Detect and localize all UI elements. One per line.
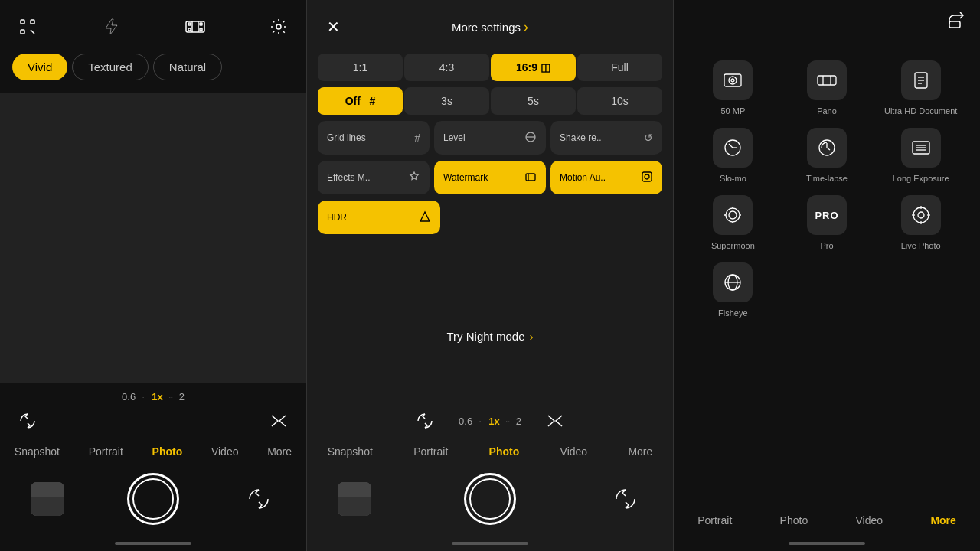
mode-live-photo-label: Live Photo	[901, 241, 941, 250]
mode-50mp-icon	[713, 60, 753, 100]
ratio-16-9[interactable]: 16:9 ◫	[491, 54, 576, 81]
motion-auto-toggle[interactable]: Motion Au..	[550, 161, 662, 194]
left-camera-flip[interactable]	[242, 482, 276, 516]
svg-line-3	[31, 30, 34, 34]
mid-mirror-icon[interactable]	[543, 409, 567, 433]
style-selector: Vivid Textured Natural	[0, 54, 306, 93]
mid-zoom-pre[interactable]: 0.6	[459, 416, 472, 427]
left-nav-portrait[interactable]: Portrait	[83, 442, 129, 461]
timer-row: Off # 3s 5s 10s	[318, 87, 662, 115]
mid-nav-bar: Snapshot Portrait Photo Video More	[307, 436, 673, 467]
left-flip-icon[interactable]	[15, 409, 40, 433]
timer-off[interactable]: Off #	[318, 87, 403, 115]
left-nav-photo[interactable]: Photo	[146, 442, 189, 461]
svg-rect-26	[818, 76, 836, 85]
mid-nav-portrait[interactable]: Portrait	[407, 442, 454, 461]
zoom-main[interactable]: 1x	[152, 391, 162, 403]
mid-nav-more[interactable]: More	[622, 442, 658, 461]
left-home-indicator	[0, 536, 306, 551]
mid-home-bar	[452, 542, 528, 545]
zoom-pre[interactable]: 0.6	[122, 391, 136, 403]
left-mirror-icon[interactable]	[266, 409, 291, 433]
settings-grid-row1: Grid lines # Level Shake re.. ↺	[318, 121, 662, 155]
svg-rect-7	[200, 23, 202, 25]
mode-supermoon[interactable]: Supermoon	[692, 195, 774, 250]
watermark-toggle[interactable]: Watermark	[434, 161, 546, 194]
mid-thumbnail[interactable]	[338, 482, 371, 516]
more-settings-button[interactable]: More settings ›	[452, 19, 528, 35]
natural-button[interactable]: Natural	[153, 54, 222, 80]
right-bottom: Portrait Photo Video More	[674, 333, 980, 551]
mode-pro-label: Pro	[820, 241, 833, 250]
right-nav-video[interactable]: Video	[850, 511, 890, 530]
mode-pano[interactable]: Pano	[786, 60, 868, 116]
night-mode-area: Try Night mode ›	[307, 240, 673, 401]
mode-fisheye-icon	[713, 262, 753, 302]
settings-icon[interactable]	[266, 15, 291, 39]
ratio-row: 1:1 4:3 16:9 ◫ Full	[318, 54, 662, 81]
flash-icon[interactable]	[99, 15, 123, 39]
ratio-4-3[interactable]: 4:3	[404, 54, 489, 81]
left-nav-video[interactable]: Video	[205, 442, 245, 461]
mid-nav-snapshot[interactable]: Snapshot	[322, 442, 379, 461]
mode-fisheye[interactable]: Fisheye	[692, 262, 774, 318]
mid-camera-flip[interactable]	[609, 482, 642, 516]
settings-area: 1:1 4:3 16:9 ◫ Full Off # 3s 5s 10s Grid…	[307, 54, 673, 240]
film-icon[interactable]	[183, 15, 207, 39]
vivid-button[interactable]: Vivid	[12, 54, 67, 80]
right-panel: 50 MP Pano Ultra	[674, 0, 980, 551]
left-nav-snapshot[interactable]: Snapshot	[8, 442, 66, 461]
mid-nav-photo[interactable]: Photo	[483, 442, 526, 461]
level-toggle[interactable]: Level	[434, 121, 546, 155]
grid-lines-toggle[interactable]: Grid lines #	[318, 121, 430, 155]
textured-button[interactable]: Textured	[72, 54, 149, 80]
mid-zoom-bar: 0.6 ··· 1x ··· 2	[307, 401, 673, 436]
right-nav-photo[interactable]: Photo	[774, 511, 815, 530]
mid-shutter-row	[307, 467, 673, 536]
svg-rect-22	[949, 21, 960, 28]
night-mode-button[interactable]: Try Night mode ›	[435, 318, 546, 355]
close-button[interactable]: ✕	[322, 16, 344, 37]
mode-ultra-hd-doc[interactable]: Ultra HD Document	[880, 60, 962, 116]
share-button[interactable]	[948, 12, 965, 33]
mid-zoom-main[interactable]: 1x	[488, 416, 499, 427]
mode-live-photo[interactable]: Live Photo	[880, 195, 962, 250]
left-nav-more[interactable]: More	[261, 442, 298, 461]
mode-timelapse[interactable]: Time-lapse	[786, 128, 868, 183]
left-thumbnail[interactable]	[31, 482, 64, 516]
mode-50mp[interactable]: 50 MP	[692, 60, 774, 116]
zoom-post[interactable]: 2	[179, 391, 185, 403]
mode-pro[interactable]: PRO Pro	[786, 195, 868, 250]
mid-shutter-button[interactable]	[464, 473, 516, 525]
mid-zoom-post[interactable]: 2	[516, 416, 521, 427]
mid-home-indicator	[307, 536, 673, 551]
svg-point-40	[729, 211, 737, 219]
mode-50mp-label: 50 MP	[720, 106, 745, 116]
mode-pro-icon: PRO	[807, 195, 847, 235]
timer-5s[interactable]: 5s	[491, 87, 576, 115]
ratio-full[interactable]: Full	[577, 54, 662, 81]
shake-reduce-toggle[interactable]: Shake re.. ↺	[550, 121, 662, 155]
effects-mode-toggle[interactable]: Effects M..	[318, 161, 430, 194]
ratio-1-1[interactable]: 1:1	[318, 54, 403, 81]
svg-point-39	[726, 208, 740, 222]
svg-point-19	[645, 174, 649, 179]
left-shutter-button[interactable]	[127, 473, 179, 525]
scan-icon[interactable]	[15, 15, 40, 39]
timer-3s[interactable]: 3s	[404, 87, 489, 115]
mode-slomo-label: Slo-mo	[720, 174, 746, 183]
zoom-dot2: ···	[169, 395, 173, 399]
right-nav-more[interactable]: More	[924, 511, 962, 530]
mid-nav-video[interactable]: Video	[554, 442, 594, 461]
svg-rect-6	[188, 28, 191, 31]
mode-long-exposure[interactable]: Long Exposure	[880, 128, 962, 183]
mode-slomo[interactable]: Slo-mo	[692, 128, 774, 183]
svg-point-45	[913, 207, 929, 223]
timer-10s[interactable]: 10s	[577, 87, 662, 115]
hdr-toggle[interactable]: HDR	[318, 201, 440, 234]
svg-rect-1	[31, 20, 34, 24]
svg-rect-13	[31, 497, 64, 516]
mid-flip-icon[interactable]	[413, 409, 437, 433]
mode-fisheye-label: Fisheye	[718, 308, 748, 318]
right-nav-portrait[interactable]: Portrait	[691, 511, 738, 530]
